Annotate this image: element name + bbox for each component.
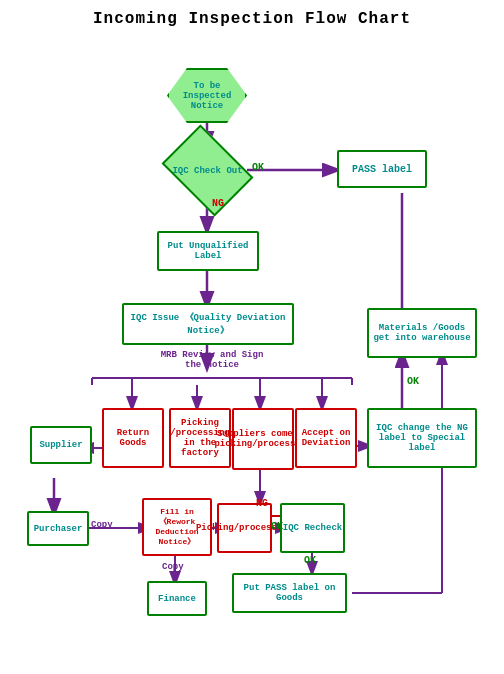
iqc-recheck-node: IQC Recheck <box>280 503 345 553</box>
ok2-label: OK <box>304 555 316 566</box>
pass-label-text: PASS label <box>352 164 412 175</box>
ok3-label: OK <box>407 376 419 387</box>
purchaser-node: Purchaser <box>27 511 89 546</box>
return-goods-node: Return Goods <box>102 408 164 468</box>
ok4-label: OK <box>271 521 283 532</box>
put-pass-label: Put PASS label on Goods <box>234 583 345 603</box>
put-pass-node: Put PASS label on Goods <box>232 573 347 613</box>
put-unqualified-label: Put Unqualified Label <box>159 241 257 261</box>
accept-deviation-node: Accept on Deviation <box>295 408 357 468</box>
mrb-review-label: MRB Review and Sign the notice <box>152 350 272 370</box>
ng1-label: NG <box>212 198 224 209</box>
iqc-recheck-label: IQC Recheck <box>283 523 342 533</box>
iqc-issue-label: IQC Issue 《Quality Deviation Notice》 <box>124 311 292 337</box>
ng2-label: NG <box>256 498 268 509</box>
finance-node: Finance <box>147 581 207 616</box>
finance-label: Finance <box>158 594 196 604</box>
purchaser-label: Purchaser <box>34 524 83 534</box>
to-be-inspected-label: To be Inspected Notice <box>169 81 245 111</box>
iqc-checkout-node: IQC Check Out <box>162 125 254 217</box>
iqc-checkout-label: IQC Check Out <box>172 166 242 176</box>
pass-label-node: PASS label <box>337 150 427 188</box>
return-goods-label: Return Goods <box>104 428 162 448</box>
copy1-label: Copy <box>162 562 184 572</box>
iqc-change-label: IQC change the NG label to Special label <box>369 423 475 453</box>
iqc-change-node: IQC change the NG label to Special label <box>367 408 477 468</box>
flowchart: To be Inspected Notice IQC Check Out OK … <box>12 38 492 674</box>
page-title: Incoming Inspection Flow Chart <box>10 10 494 28</box>
supplier-node: Supplier <box>30 426 92 464</box>
suppliers-come-node: Suppliers come to picking/processing <box>232 408 294 470</box>
put-unqualified-node: Put Unqualified Label <box>157 231 259 271</box>
materials-node: Materials /Goods get into warehouse <box>367 308 477 358</box>
page: Incoming Inspection Flow Chart <box>0 0 504 674</box>
to-be-inspected-node: To be Inspected Notice <box>167 68 247 123</box>
materials-label: Materials /Goods get into warehouse <box>369 323 475 343</box>
iqc-issue-node: IQC Issue 《Quality Deviation Notice》 <box>122 303 294 345</box>
picking2-node: Picking/processing <box>217 503 272 553</box>
ok1-label: OK <box>252 162 264 173</box>
supplier-label: Supplier <box>39 440 82 450</box>
copy2-label: Copy <box>91 520 113 530</box>
accept-deviation-label: Accept on Deviation <box>297 428 355 448</box>
